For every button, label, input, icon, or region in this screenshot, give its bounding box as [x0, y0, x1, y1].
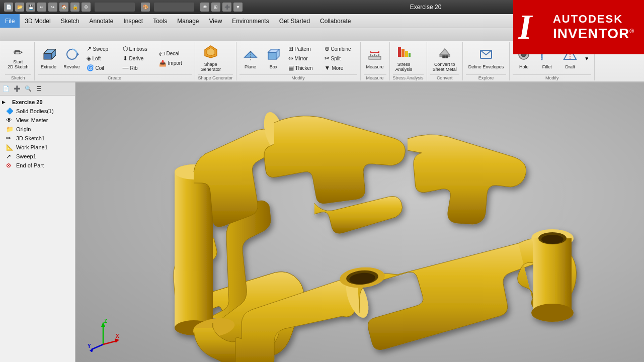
color-icon[interactable]: 🎨	[141, 3, 150, 12]
new-icon[interactable]: 📄	[4, 3, 13, 12]
tree-item-label: End of Part	[16, 162, 44, 168]
convert-buttons: ⬛⬛ Convert toSheet Metal	[430, 43, 459, 73]
rib-icon: —	[123, 64, 129, 71]
undo-icon[interactable]: ↩	[37, 3, 46, 12]
tree-item-work-plane1[interactable]: 📐 Work Plane1	[0, 143, 75, 152]
sweep-icon: ↗	[87, 45, 92, 52]
box-button[interactable]: Box	[263, 43, 285, 73]
ribbon-group-convert: ⬛⬛ Convert toSheet Metal Convert	[427, 42, 463, 80]
more-button[interactable]: ▼ More	[322, 63, 357, 72]
ribbon: ✏ Start2D Sketch Sketch Extrude	[0, 28, 644, 82]
redo-icon[interactable]: ↪	[48, 3, 57, 12]
grid-icon[interactable]: ⊞	[211, 3, 220, 12]
open-icon[interactable]: 📂	[15, 3, 24, 12]
lock-icon[interactable]: 🔒	[70, 3, 79, 12]
define-envelopes-button[interactable]: Define Envelopes	[466, 43, 507, 73]
more-icon: ▼	[325, 64, 331, 71]
svg-point-41	[531, 304, 574, 322]
convert-icon: ⬛⬛	[438, 45, 452, 61]
3dsketch-icon: ✏	[6, 135, 14, 142]
detail-group-label: Modify	[513, 74, 591, 80]
stress-analysis-button[interactable]: StressAnalysis	[393, 43, 415, 73]
box-icon	[267, 47, 281, 63]
shapegen-icon	[204, 45, 218, 61]
tree-item-label: Solid Bodies(1)	[16, 108, 54, 114]
modify-group-label: Modify	[239, 74, 357, 80]
tree-item-end-of-part[interactable]: ⊗ End of Part	[0, 161, 75, 170]
menu-3dmodel[interactable]: 3D Model	[20, 14, 55, 28]
svg-text:Z: Z	[104, 318, 107, 324]
pattern-button[interactable]: ⊞ Pattern	[286, 44, 321, 53]
tree-item-sweep1[interactable]: ↗ Sweep1	[0, 152, 75, 161]
svg-marker-25	[440, 49, 450, 55]
svg-rect-23	[405, 51, 408, 57]
plane-button[interactable]: Plane	[239, 43, 262, 73]
tree-root-exercise20[interactable]: ▸ Exercise 20	[0, 98, 75, 107]
menu-sketch[interactable]: Sketch	[56, 14, 85, 28]
sketch-buttons: ✏ Start2D Sketch	[5, 43, 31, 73]
menu-file[interactable]: File	[0, 14, 20, 28]
extrude-button[interactable]: Extrude	[38, 43, 60, 73]
decal-button[interactable]: 🏷 Decal	[156, 49, 192, 58]
shape-generator-button[interactable]: ShapeGenerator	[198, 43, 224, 73]
convert-sheet-metal-button[interactable]: ⬛⬛ Convert toSheet Metal	[430, 43, 459, 73]
import-button[interactable]: 📥 Import	[156, 59, 192, 68]
menu-inspect[interactable]: Inspect	[118, 14, 148, 28]
mirror-button[interactable]: ⇔ Mirror	[286, 54, 321, 63]
viewport[interactable]: Z X Y	[75, 82, 644, 362]
measure-buttons: Measure	[364, 43, 386, 73]
sketch-group-label: Sketch	[5, 74, 31, 80]
coil-icon: 🌀	[87, 64, 94, 71]
split-button[interactable]: ✂ Split	[322, 54, 357, 63]
tree-item-view-master[interactable]: 👁 View: Master	[0, 116, 75, 125]
plus-icon[interactable]: ➕	[222, 3, 231, 12]
menu-environments[interactable]: Environments	[227, 14, 274, 28]
emboss-button[interactable]: ⬡ Emboss	[120, 44, 155, 53]
tree-item-3d-sketch1[interactable]: ✏ 3D Sketch1	[0, 134, 75, 143]
material-dropdown[interactable]	[95, 3, 135, 12]
sidebar-tab-file[interactable]: 📄	[1, 84, 11, 94]
tree-item-label: Sweep1	[16, 153, 36, 159]
measure-button[interactable]: Measure	[364, 43, 386, 73]
expand-icon[interactable]: ▼	[233, 3, 243, 12]
combine-button[interactable]: ⊕ Combine	[322, 44, 357, 53]
tree-item-origin[interactable]: 📁 Origin	[0, 125, 75, 134]
menu-annotate[interactable]: Annotate	[84, 14, 118, 28]
sidebar-tab-search[interactable]: 🔍	[23, 84, 33, 94]
save-icon[interactable]: 💾	[26, 3, 35, 12]
sidebar-tab-menu[interactable]: ☰	[34, 84, 44, 94]
sidebar-tab-add[interactable]: ➕	[12, 84, 22, 94]
view-icon[interactable]: 👁	[200, 3, 209, 12]
revolve-icon	[65, 47, 79, 63]
ribbon-group-sketch: ✏ Start2D Sketch Sketch	[2, 42, 35, 80]
settings-icon[interactable]: ⚙	[82, 3, 91, 12]
inventor-i-logo: I	[518, 41, 532, 45]
shapegen-group-label: Shape Generator	[198, 74, 233, 80]
menu-getstarted[interactable]: Get Started	[274, 14, 315, 28]
revolve-button[interactable]: Revolve	[61, 43, 83, 73]
measure-icon	[368, 47, 382, 63]
envelopes-group-label: Explore	[466, 74, 507, 80]
origin-icon: 📁	[6, 126, 14, 133]
ribbon-group-create: Extrude Revolve ↗ Sweep	[35, 42, 195, 80]
autodesk-logo-area: I AUTODESK INVENTOR®	[513, 41, 644, 54]
end-of-part-icon: ⊗	[6, 162, 14, 169]
thicken-button[interactable]: ▤ Thicken	[286, 63, 321, 72]
svg-rect-9	[268, 52, 276, 59]
menu-collaborate[interactable]: Collaborate	[315, 14, 356, 28]
rib-button[interactable]: — Rib	[120, 63, 155, 72]
menu-manage[interactable]: Manage	[172, 14, 204, 28]
sweep-button[interactable]: ↗ Sweep	[84, 44, 119, 53]
menu-tools[interactable]: Tools	[148, 14, 172, 28]
emboss-icon: ⬡	[123, 45, 128, 52]
derive-button[interactable]: ⬇ Derive	[120, 54, 155, 63]
menu-view[interactable]: View	[204, 14, 227, 28]
create-group-label: Create	[38, 74, 192, 80]
loft-button[interactable]: ◈ Loft	[84, 54, 119, 63]
expand-button[interactable]: ▼	[582, 56, 591, 61]
start-2d-sketch-button[interactable]: ✏ Start2D Sketch	[5, 43, 31, 73]
coil-button[interactable]: 🌀 Coil	[84, 63, 119, 72]
appearance-dropdown[interactable]	[154, 3, 194, 12]
home-icon[interactable]: 🏠	[59, 3, 68, 12]
tree-item-solid-bodies[interactable]: 🔷 Solid Bodies(1)	[0, 107, 75, 116]
